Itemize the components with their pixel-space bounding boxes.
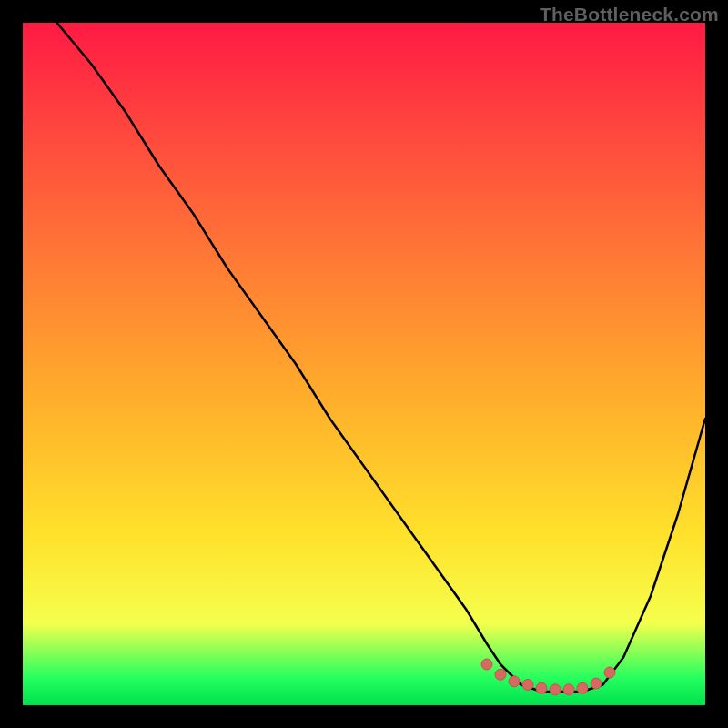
chart-frame: TheBottleneck.com bbox=[0, 0, 728, 728]
data-point bbox=[536, 682, 547, 693]
watermark-text: TheBottleneck.com bbox=[540, 4, 719, 25]
data-point bbox=[550, 684, 561, 695]
data-point bbox=[604, 667, 615, 678]
chart-plot-area bbox=[23, 23, 705, 705]
bottleneck-curve bbox=[57, 23, 706, 692]
data-point bbox=[591, 678, 602, 689]
data-point bbox=[563, 684, 574, 695]
data-point bbox=[481, 659, 492, 670]
data-point bbox=[509, 676, 520, 687]
data-point bbox=[522, 680, 533, 691]
chart-svg bbox=[23, 23, 705, 705]
data-point bbox=[577, 682, 588, 693]
data-point bbox=[495, 669, 506, 680]
